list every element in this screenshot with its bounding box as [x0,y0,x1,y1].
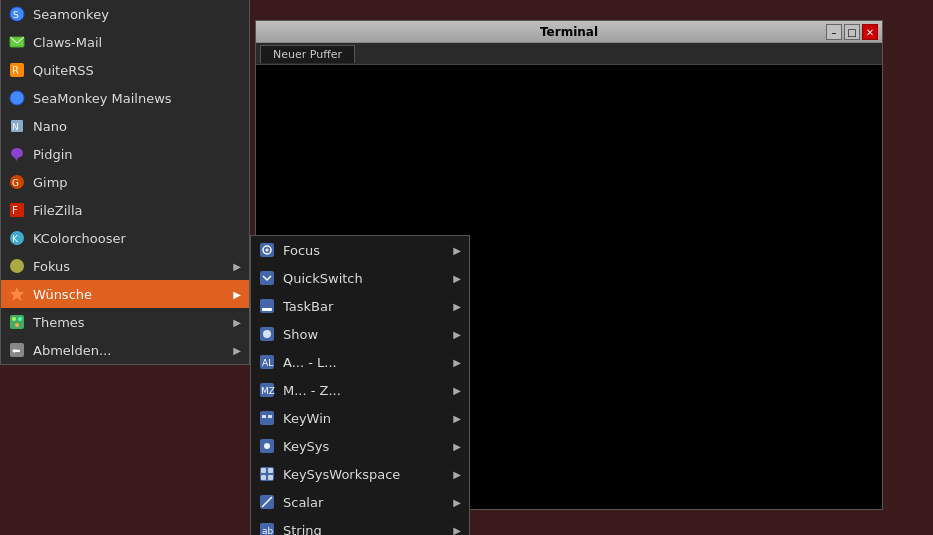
terminal-title: Terminal [540,25,598,39]
keysys-arrow-icon: ▶ [453,441,461,452]
submenu-item-m-z[interactable]: MZ M... - Z... ▶ [251,376,469,404]
seamonkey-mailnews-label: SeaMonkey Mailnews [33,91,241,106]
keywin-label: KeyWin [283,411,453,426]
scalar-sub-icon [257,492,277,512]
svg-point-5 [10,91,24,105]
nano-label: Nano [33,119,241,134]
keysys-sub-icon [257,436,277,456]
submenu-item-scalar[interactable]: Scalar ▶ [251,488,469,516]
svg-rect-43 [268,468,273,473]
themes-label: Themes [33,315,233,330]
maximize-button[interactable]: □ [844,24,860,40]
svg-text:N: N [12,122,19,132]
quickswitch-label: QuickSwitch [283,271,453,286]
keysys-label: KeySys [283,439,453,454]
pidgin-icon [7,144,27,164]
a-l-label: A... - L... [283,355,453,370]
submenu-item-keysysworkspace[interactable]: KeySysWorkspace ▶ [251,460,469,488]
main-menu: S Seamonkey Claws-Mail R QuiteRSS SeaMon… [0,0,250,365]
taskbar-sub-icon [257,296,277,316]
svg-rect-29 [262,308,272,311]
submenu-item-a-l[interactable]: AL A... - L... ▶ [251,348,469,376]
sidebar-item-fokus[interactable]: Fokus ▶ [1,252,249,280]
sidebar-item-kcolorchooser[interactable]: K KColorchooser [1,224,249,252]
fokus-arrow-icon: ▶ [233,261,241,272]
svg-rect-42 [261,468,266,473]
keywin-sub-icon [257,408,277,428]
focus-label: Focus [283,243,453,258]
svg-rect-38 [268,415,272,418]
svg-point-40 [264,443,270,449]
submenu-item-keysys[interactable]: KeySys ▶ [251,432,469,460]
sidebar-item-seamonkey-mailnews[interactable]: SeaMonkey Mailnews [1,84,249,112]
svg-text:ab: ab [262,526,274,535]
sidebar-item-claws-mail[interactable]: Claws-Mail [1,28,249,56]
minimize-button[interactable]: – [826,24,842,40]
wunsche-label: Wünsche [33,287,233,302]
kcolorchooser-icon: K [7,228,27,248]
svg-marker-17 [10,287,24,301]
string-sub-icon: ab [257,520,277,535]
svg-text:AL: AL [262,358,273,368]
taskbar-arrow-icon: ▶ [453,301,461,312]
claws-mail-icon [7,32,27,52]
svg-rect-27 [260,271,274,285]
svg-point-31 [263,330,271,338]
svg-point-16 [10,259,24,273]
keysysworkspace-arrow-icon: ▶ [453,469,461,480]
m-z-sub-icon: MZ [257,380,277,400]
submenu-item-focus[interactable]: Focus ▶ [251,236,469,264]
seamonkey-mailnews-icon [7,88,27,108]
gimp-label: Gimp [33,175,241,190]
submenu-item-string[interactable]: ab String ▶ [251,516,469,535]
submenu-item-quickswitch[interactable]: QuickSwitch ▶ [251,264,469,292]
scalar-label: Scalar [283,495,453,510]
terminal-tab[interactable]: Neuer Puffer [260,45,355,63]
svg-text:F: F [12,205,18,216]
quiterss-icon: R [7,60,27,80]
sidebar-item-abmelden[interactable]: ⬅ Abmelden... ▶ [1,336,249,364]
sidebar-item-gimp[interactable]: G Gimp [1,168,249,196]
submenu-item-taskbar[interactable]: TaskBar ▶ [251,292,469,320]
nano-icon: N [7,116,27,136]
svg-point-21 [15,323,19,327]
sidebar-item-pidgin[interactable]: Pidgin [1,140,249,168]
svg-text:G: G [12,178,19,188]
wunsche-icon [7,284,27,304]
themes-icon [7,312,27,332]
a-l-arrow-icon: ▶ [453,357,461,368]
svg-point-19 [12,317,16,321]
sidebar-item-wunsche[interactable]: Wünsche ▶ [1,280,249,308]
sidebar-item-seamonkey[interactable]: S Seamonkey [1,0,249,28]
svg-text:MZ: MZ [261,386,275,396]
m-z-label: M... - Z... [283,383,453,398]
filezilla-icon: F [7,200,27,220]
keysysworkspace-sub-icon [257,464,277,484]
close-button[interactable]: ✕ [862,24,878,40]
claws-mail-label: Claws-Mail [33,35,241,50]
sidebar-item-themes[interactable]: Themes ▶ [1,308,249,336]
submenu-item-show[interactable]: Show ▶ [251,320,469,348]
sidebar-item-nano[interactable]: N Nano [1,112,249,140]
sidebar-item-filezilla[interactable]: F FileZilla [1,196,249,224]
svg-rect-44 [261,475,266,480]
focus-arrow-icon: ▶ [453,245,461,256]
seamonkey-icon: S [7,4,27,24]
svg-point-8 [11,148,23,158]
svg-marker-9 [14,157,18,161]
quickswitch-sub-icon [257,268,277,288]
svg-text:R: R [12,65,19,76]
a-l-sub-icon: AL [257,352,277,372]
quiterss-label: QuiteRSS [33,63,241,78]
string-arrow-icon: ▶ [453,525,461,536]
sidebar-item-quiterss[interactable]: R QuiteRSS [1,56,249,84]
kcolorchooser-label: KColorchooser [33,231,241,246]
svg-rect-37 [262,415,266,418]
abmelden-icon: ⬅ [7,340,27,360]
show-sub-icon [257,324,277,344]
submenu-item-keywin[interactable]: KeyWin ▶ [251,404,469,432]
pidgin-label: Pidgin [33,147,241,162]
svg-rect-36 [260,411,274,425]
string-label: String [283,523,453,536]
show-arrow-icon: ▶ [453,329,461,340]
